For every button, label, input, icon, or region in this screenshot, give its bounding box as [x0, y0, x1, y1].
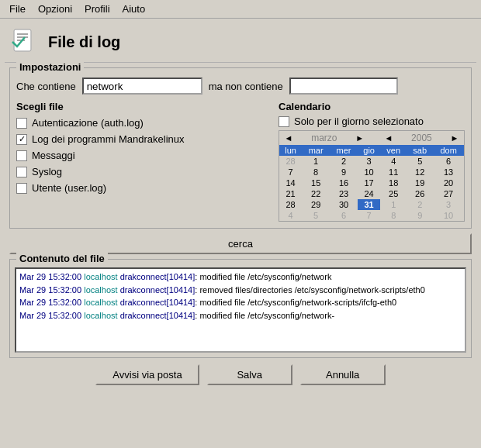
log-text: : removed files/directories /etc/sysconf… [195, 285, 425, 295]
cal-day[interactable]: 28 [279, 156, 302, 167]
cal-day[interactable]: 22 [302, 188, 330, 199]
filter-row: Che contiene ma non contiene [16, 78, 465, 95]
cal-day[interactable]: 25 [380, 188, 407, 199]
log-text: : modified file /etc/sysconfig/network-s… [195, 298, 396, 307]
next-year-btn[interactable]: ► [448, 133, 461, 143]
cal-day[interactable]: 26 [407, 188, 433, 199]
menu-profili[interactable]: Profili [78, 2, 116, 16]
log-date: Mar 29 15:32:00 [19, 272, 81, 281]
menu-aiuto[interactable]: Aiuto [116, 2, 152, 16]
cal-day[interactable]: 1 [380, 199, 407, 210]
log-host: localhost [84, 285, 117, 295]
search-button[interactable]: cerca [9, 233, 472, 254]
save-button[interactable]: Salva [207, 364, 292, 385]
cal-header-dom: dom [433, 145, 464, 156]
log-line: Mar 29 15:32:00 localhost drakconnect[10… [19, 309, 462, 322]
solo-checkbox[interactable] [279, 116, 289, 127]
cal-day[interactable]: 19 [407, 177, 433, 188]
file-label-3: Syslog [32, 166, 62, 177]
cal-day[interactable]: 7 [279, 167, 302, 177]
cal-day[interactable]: 7 [358, 210, 380, 221]
cal-day[interactable]: 9 [407, 210, 433, 221]
cal-day[interactable]: 4 [279, 210, 302, 221]
cal-day[interactable]: 10 [433, 210, 464, 221]
calendar-solo-row: Solo per il giorno selezionato [279, 115, 465, 127]
cal-day[interactable]: 29 [302, 199, 330, 210]
log-host: localhost [84, 298, 117, 307]
log-proc: drakconnect[10414] [120, 272, 196, 281]
filter-contains-input[interactable] [82, 78, 202, 95]
file-checkbox-0[interactable] [16, 118, 27, 129]
file-checkbox-3[interactable] [16, 167, 27, 177]
cal-day[interactable]: 10 [358, 167, 380, 177]
cal-day[interactable]: 6 [330, 210, 358, 221]
search-row: cerca [9, 233, 472, 254]
next-month-btn[interactable]: ► [354, 133, 366, 143]
button-row: Avvisi via posta Salva Annulla [9, 364, 472, 385]
file-label-2: Messaggi [32, 150, 75, 161]
cal-day[interactable]: 24 [358, 188, 380, 199]
cal-day[interactable]: 1 [302, 156, 330, 167]
content-area[interactable]: Mar 29 15:32:00 localhost drakconnect[10… [15, 267, 466, 353]
menu-file[interactable]: File [3, 2, 32, 16]
cal-day[interactable]: 21 [279, 188, 302, 199]
cal-day[interactable]: 8 [380, 210, 407, 221]
cal-day[interactable]: 15 [302, 177, 330, 188]
file-checkbox-2[interactable] [16, 150, 27, 161]
cal-day[interactable]: 20 [433, 177, 464, 188]
main-content: Impostazioni Che contiene ma non contien… [5, 63, 476, 390]
cal-day[interactable]: 2 [407, 199, 433, 210]
content-group: Contenuto del file Mar 29 15:32:00 local… [9, 259, 472, 358]
cal-day[interactable]: 3 [433, 199, 464, 210]
cal-day[interactable]: 5 [407, 156, 433, 167]
cal-day[interactable]: 5 [302, 210, 330, 221]
cancel-button[interactable]: Annulla [300, 364, 386, 385]
cal-header-gio: gio [358, 145, 380, 156]
log-line: Mar 29 15:32:00 localhost drakconnect[10… [19, 271, 462, 284]
files-label: Scegli file [16, 101, 271, 112]
notify-button[interactable]: Avvisi via posta [95, 364, 199, 385]
cal-header-lun: lun [279, 145, 302, 156]
settings-legend: Impostazioni [16, 61, 84, 73]
log-proc: drakconnect[10414] [120, 285, 196, 295]
cal-day[interactable]: 18 [380, 177, 407, 188]
cal-day[interactable]: 30 [330, 199, 358, 210]
cal-day[interactable]: 8 [302, 167, 330, 177]
log-line: Mar 29 15:32:00 localhost drakconnect[10… [19, 284, 462, 297]
log-text: : modified file /etc/sysconfig/network- [195, 311, 334, 320]
cal-day[interactable]: 11 [380, 167, 407, 177]
cal-day[interactable]: 17 [358, 177, 380, 188]
cal-day[interactable]: 31 [358, 199, 380, 210]
prev-year-btn[interactable]: ◄ [382, 133, 395, 143]
cal-day[interactable]: 28 [279, 199, 302, 210]
file-checkbox-4[interactable] [16, 183, 27, 194]
cal-day[interactable]: 4 [380, 156, 407, 167]
cal-day[interactable]: 3 [358, 156, 380, 167]
prev-month-btn[interactable]: ◄ [282, 133, 295, 143]
cal-day[interactable]: 23 [330, 188, 358, 199]
settings-group: Impostazioni Che contiene ma non contien… [9, 67, 472, 229]
content-legend: Contenuto del file [16, 253, 108, 264]
cal-day[interactable]: 14 [279, 177, 302, 188]
menu-opzioni[interactable]: Opzioni [32, 2, 78, 16]
cal-day[interactable]: 27 [433, 188, 464, 199]
cal-day[interactable]: 16 [330, 177, 358, 188]
menu-bar: File Opzioni Profili Aiuto [0, 0, 481, 19]
cal-day[interactable]: 12 [407, 167, 433, 177]
log-host: localhost [84, 311, 117, 320]
cal-day[interactable]: 2 [330, 156, 358, 167]
cal-nav: ◄ marzo ► ◄ 2005 ► [279, 131, 464, 145]
cal-grid: lunmarmergiovensabdom 281234567891011121… [279, 145, 464, 221]
files-group: Scegli file Autenticazione (auth.log)Log… [16, 101, 271, 222]
file-item: Utente (user.log) [16, 182, 271, 194]
filter-not-contains-input[interactable] [289, 78, 398, 95]
cal-month: marzo [311, 133, 337, 143]
cal-day[interactable]: 6 [433, 156, 464, 167]
window: File di log Impostazioni Che contiene ma… [5, 23, 476, 390]
cal-day[interactable]: 9 [330, 167, 358, 177]
cal-day[interactable]: 13 [433, 167, 464, 177]
solo-label: Solo per il giorno selezionato [294, 115, 424, 127]
log-proc: drakconnect[10414] [120, 311, 196, 320]
file-checkbox-1[interactable] [16, 134, 27, 145]
file-item: Log dei programmi Mandrakelinux [16, 133, 271, 145]
